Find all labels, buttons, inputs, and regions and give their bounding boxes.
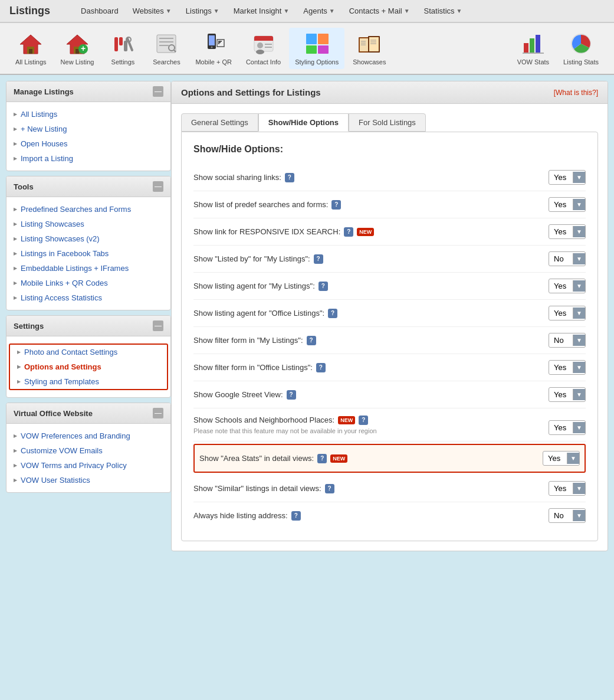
help-hide-address[interactable]: ? — [291, 511, 301, 521]
all-listings-icon — [18, 31, 43, 56]
select-hide-address[interactable]: No ▼ — [549, 508, 586, 523]
help-agent-my-listings[interactable]: ? — [319, 282, 328, 291]
sidebar-item-vow-terms[interactable]: VOW Terms and Privacy Policy — [6, 458, 170, 473]
sidebar-item-facebook-tabs[interactable]: Listings in Facebook Tabs — [6, 246, 170, 261]
svg-point-30 — [256, 50, 264, 54]
help-schools[interactable]: ? — [359, 416, 368, 425]
select-listed-by[interactable]: No ▼ — [549, 251, 586, 266]
sidebar-item-all-listings[interactable]: All Listings — [6, 107, 170, 122]
help-listed-by[interactable]: ? — [314, 254, 323, 264]
help-filter-office-listings[interactable]: ? — [316, 363, 326, 372]
help-social-sharing[interactable]: ? — [285, 173, 294, 182]
select-agent-my-listings[interactable]: Yes ▼ — [549, 279, 586, 293]
select-predef-searches[interactable]: Yes ▼ — [549, 197, 586, 212]
sidebar: Manage Listings — All Listings + New Lis… — [6, 81, 171, 600]
select-agent-office-listings-arrow[interactable]: ▼ — [573, 308, 585, 319]
help-street-view[interactable]: ? — [287, 390, 296, 400]
sidebar-item-predef-searches[interactable]: Predefined Searches and Forms — [6, 202, 170, 217]
select-predef-searches-arrow[interactable]: ▼ — [573, 199, 585, 210]
select-similar-listings-arrow[interactable]: ▼ — [573, 483, 585, 494]
manage-listings-collapse[interactable]: — — [153, 86, 163, 97]
option-social-sharing-control: Yes ▼ — [549, 170, 586, 185]
new-listing-button[interactable]: + New Listing — [55, 28, 100, 69]
sidebar-item-listing-showcases[interactable]: Listing Showcases — [6, 217, 170, 231]
svg-rect-33 — [306, 34, 317, 44]
nav-agents[interactable]: Agents ▼ — [296, 2, 342, 20]
sidebar-item-open-houses[interactable]: Open Houses — [6, 136, 170, 151]
select-similar-listings[interactable]: Yes ▼ — [549, 481, 586, 496]
tab-show-hide[interactable]: Show/Hide Options — [258, 113, 349, 132]
sidebar-item-access-stats[interactable]: Listing Access Statistics — [6, 290, 170, 305]
nav-dashboard[interactable]: Dashboard — [74, 2, 126, 20]
sidebar-item-photo-contact[interactable]: Photo and Contact Settings — [10, 345, 167, 359]
select-street-view[interactable]: Yes ▼ — [549, 387, 586, 402]
select-hide-address-arrow[interactable]: ▼ — [573, 510, 585, 521]
sidebar-item-import-listing[interactable]: Import a Listing — [6, 151, 170, 166]
help-predef-searches[interactable]: ? — [331, 200, 341, 210]
searches-icon — [154, 31, 179, 56]
nav-market-insight[interactable]: Market Insight ▼ — [226, 2, 297, 20]
sidebar-item-new-listing[interactable]: + New Listing — [6, 122, 170, 136]
sidebar-item-listing-showcases-v2[interactable]: Listing Showcases (v2) — [6, 231, 170, 246]
select-street-view-arrow[interactable]: ▼ — [573, 389, 585, 400]
sidebar-item-mobile-links[interactable]: Mobile Links + QR Codes — [6, 276, 170, 290]
select-agent-office-listings[interactable]: Yes ▼ — [549, 306, 586, 320]
nav-websites[interactable]: Websites ▼ — [126, 2, 179, 20]
sidebar-item-vow-user-stats[interactable]: VOW User Statistics — [6, 473, 170, 488]
select-filter-office-listings[interactable]: Yes ▼ — [549, 360, 586, 375]
nav-statistics[interactable]: Statistics ▼ — [417, 2, 469, 20]
select-schools-value: Yes — [549, 421, 573, 434]
select-schools[interactable]: Yes ▼ — [549, 420, 586, 435]
help-similar-listings[interactable]: ? — [325, 484, 334, 493]
what-is-this-link[interactable]: [What is this?] — [554, 89, 598, 97]
option-social-sharing: Show social sharing links: ? Yes ▼ — [193, 164, 586, 191]
nav-listings[interactable]: Listings ▼ — [179, 2, 226, 20]
select-filter-office-listings-arrow[interactable]: ▼ — [573, 362, 585, 373]
vow-title: Virtual Office Website — [14, 409, 93, 418]
listing-stats-button[interactable]: Listing Stats — [557, 28, 605, 69]
select-filter-my-listings[interactable]: No ▼ — [549, 333, 586, 348]
settings-collapse[interactable]: — — [153, 320, 163, 331]
nav-contacts[interactable]: Contacts + Mail ▼ — [342, 2, 417, 20]
help-filter-my-listings[interactable]: ? — [307, 336, 316, 345]
select-responsive-idx-arrow[interactable]: ▼ — [573, 226, 585, 237]
svg-rect-34 — [318, 34, 329, 44]
select-area-stats-arrow[interactable]: ▼ — [567, 453, 579, 464]
select-agent-my-listings-arrow[interactable]: ▼ — [573, 280, 585, 292]
help-area-stats[interactable]: ? — [317, 454, 327, 463]
help-responsive-idx[interactable]: ? — [344, 227, 353, 237]
sidebar-item-styling-templates[interactable]: Styling and Templates — [10, 374, 167, 389]
select-schools-arrow[interactable]: ▼ — [573, 422, 585, 433]
tab-sold-listings[interactable]: For Sold Listings — [349, 113, 426, 132]
showcases-button[interactable]: Showcases — [347, 28, 392, 69]
select-social-sharing-arrow[interactable]: ▼ — [573, 172, 585, 183]
settings-header: Settings — — [6, 316, 170, 336]
mobile-qr-button[interactable]: Mobile + QR — [189, 28, 237, 69]
all-listings-button[interactable]: All Listings — [9, 28, 52, 69]
select-listed-by-arrow[interactable]: ▼ — [573, 253, 585, 264]
svg-rect-35 — [306, 45, 317, 54]
styling-options-button[interactable]: Styling Options — [289, 28, 344, 69]
select-area-stats[interactable]: Yes ▼ — [543, 451, 580, 466]
option-filter-my-listings: Show filter form in "My Listings": ? No … — [193, 327, 586, 354]
help-agent-office-listings[interactable]: ? — [328, 309, 337, 318]
tab-general-settings[interactable]: General Settings — [181, 113, 258, 132]
option-similar-listings-control: Yes ▼ — [549, 481, 586, 496]
tools-collapse[interactable]: — — [153, 181, 163, 192]
option-agent-office-listings-label: Show listing agent for "Office Listings"… — [193, 309, 549, 318]
option-area-stats-control: Yes ▼ — [543, 451, 580, 466]
select-social-sharing[interactable]: Yes ▼ — [549, 170, 586, 185]
select-responsive-idx[interactable]: Yes ▼ — [549, 224, 586, 239]
sidebar-item-embeddable[interactable]: Embeddable Listings + IFrames — [6, 261, 170, 276]
contact-info-button[interactable]: Contact Info — [240, 28, 287, 69]
vow-stats-button[interactable]: VOW Stats — [511, 28, 555, 69]
sidebar-item-vow-preferences[interactable]: VOW Preferences and Branding — [6, 428, 170, 443]
vow-collapse[interactable]: — — [153, 408, 163, 418]
option-responsive-idx-control: Yes ▼ — [549, 224, 586, 239]
sidebar-item-options-settings[interactable]: Options and Settings — [10, 359, 167, 374]
searches-button[interactable]: Searches — [146, 28, 187, 69]
sidebar-item-vow-emails[interactable]: Customize VOW Emails — [6, 443, 170, 458]
schools-note: Please note that this feature may not be… — [193, 427, 377, 434]
select-filter-my-listings-arrow[interactable]: ▼ — [573, 335, 585, 346]
settings-button[interactable]: Settings — [102, 28, 143, 69]
